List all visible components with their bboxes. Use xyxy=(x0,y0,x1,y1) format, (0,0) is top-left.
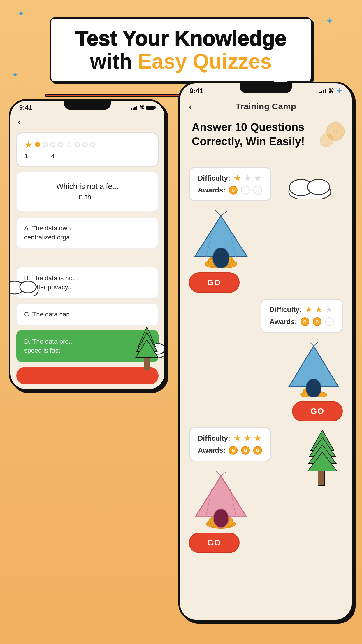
camp-scroll: Difficulty: ★ ★ ★ Awards: G xyxy=(180,158,352,568)
question-text: Which is not a fe...in th... xyxy=(56,182,119,201)
wifi-icon: ⌘ xyxy=(139,104,144,111)
svg-rect-6 xyxy=(144,356,150,370)
level-3-section: Difficulty: ★ ★ ★ Awards: G G G xyxy=(189,427,343,553)
progress-num-2: 4 xyxy=(51,153,55,160)
diff-star-1-3: ★ xyxy=(254,174,261,183)
nav-back-button[interactable]: ‹ xyxy=(189,101,192,112)
tent-2-container: G G xyxy=(284,342,343,398)
signal-icon xyxy=(131,105,137,110)
diff-star-2-1: ★ xyxy=(305,305,312,314)
svg-point-43 xyxy=(306,379,321,397)
back-phone-icons: ⌘ xyxy=(131,104,156,111)
svg-text:G: G xyxy=(325,138,328,143)
back-button[interactable]: ‹ xyxy=(10,114,164,130)
dot-6 xyxy=(82,142,88,147)
nav-header: ‹ Training Camp xyxy=(180,99,352,117)
difficulty-row-1: Difficulty: ★ ★ ★ xyxy=(198,174,262,183)
answer-a-text: A. The data own...centralized orga... xyxy=(24,225,76,241)
svg-line-60 xyxy=(216,471,221,476)
front-phone-icons: ⌘ ✦ xyxy=(319,87,342,95)
svg-point-34 xyxy=(307,179,330,195)
answer-a[interactable]: A. The data own...centralized orga... xyxy=(16,217,159,249)
sparkle-top-right: ✦ xyxy=(326,16,333,26)
svg-point-27 xyxy=(213,248,229,268)
tent-2-svg: G G xyxy=(284,342,343,397)
question-card: Which is not a fe...in th... xyxy=(16,172,159,212)
level-2-tent: Difficulty: ★ ★ ★ Awards: G G xyxy=(261,299,343,421)
tent-3-svg: G G G xyxy=(189,470,253,528)
battery-icon xyxy=(146,106,156,110)
level-2-section: Difficulty: ★ ★ ★ Awards: G G xyxy=(189,299,343,421)
diff-star-1-2: ★ xyxy=(244,174,251,183)
star-1: ★ xyxy=(24,139,33,150)
back-phone-notch xyxy=(64,101,111,110)
front-signal-icon xyxy=(319,89,326,93)
coin-2-1: G xyxy=(301,317,309,326)
answer-d-text: D. The data pro...speed is fast xyxy=(24,338,74,354)
coin-1-1: G xyxy=(229,186,238,195)
answer-c[interactable]: C. The data can... xyxy=(16,303,159,326)
go-button-3[interactable]: GO xyxy=(189,533,240,553)
progress-numbers: 1 4 xyxy=(24,153,151,160)
svg-line-31 xyxy=(221,211,227,216)
go-button-1[interactable]: GO xyxy=(189,272,240,293)
phone-back: 9:41 ⌘ ‹ ★ xyxy=(9,99,166,391)
awards-row-1: Awards: G xyxy=(198,186,262,195)
svg-line-61 xyxy=(221,472,226,476)
diff-star-2-3: ★ xyxy=(326,305,332,314)
deco-coins-top-2: G xyxy=(319,133,334,149)
sparkle-top-left: ✦ xyxy=(17,9,24,18)
difficulty-card-2: Difficulty: ★ ★ ★ Awards: G G xyxy=(261,299,343,333)
coin-2-2: G xyxy=(313,317,321,326)
dot-7 xyxy=(90,142,95,147)
awards-row-3: Awards: G G G xyxy=(198,446,262,455)
title-box: Test Your Knowledge with Easy Quizzes xyxy=(50,18,312,82)
level-3-tent: Difficulty: ★ ★ ★ Awards: G G G xyxy=(189,427,271,553)
svg-point-2 xyxy=(20,281,36,293)
hero-line2-normal: with xyxy=(90,50,138,73)
awards-row-2: Awards: G G xyxy=(270,317,334,326)
awards-label-2: Awards: xyxy=(270,318,297,326)
difficulty-card-3: Difficulty: ★ ★ ★ Awards: G G G xyxy=(189,427,271,461)
difficulty-label-3: Difficulty: xyxy=(198,434,230,442)
cloud-back-1 xyxy=(9,276,40,298)
coin-3-2: G xyxy=(241,446,250,455)
go-button-2[interactable]: GO xyxy=(292,401,343,421)
svg-line-44 xyxy=(308,342,314,346)
diff-star-3-3: ★ xyxy=(254,434,261,443)
diff-star-3-2: ★ xyxy=(244,434,251,443)
star-progress: ★ ☆ xyxy=(24,139,151,150)
coin-2-3 xyxy=(325,317,334,326)
cloud-right-1 xyxy=(277,167,343,199)
dot-3 xyxy=(50,142,55,147)
hero-line2-highlight: Easy Quizzes xyxy=(138,50,272,73)
phone-front: 9:41 ⌘ ✦ ‹ Training Camp xyxy=(178,82,353,621)
tent-1-svg: G G G xyxy=(189,210,253,268)
level-1-section: Difficulty: ★ ★ ★ Awards: G xyxy=(189,167,343,293)
phones-area: 9:41 ⌘ ‹ ★ xyxy=(0,82,362,644)
tree-front xyxy=(277,427,343,486)
coin-3-3: G xyxy=(253,446,262,455)
dot-1 xyxy=(35,142,40,147)
svg-point-57 xyxy=(213,509,229,528)
back-phone-time: 9:41 xyxy=(19,104,32,111)
progress-section: ★ ☆ 1 4 xyxy=(16,132,159,167)
heading-line2: Correctly, Win Easily! xyxy=(192,135,305,148)
level-1-tent: Difficulty: ★ ★ ★ Awards: G xyxy=(189,167,271,293)
front-phone-time: 9:41 xyxy=(189,87,203,95)
diff-star-1-1: ★ xyxy=(234,174,240,183)
difficulty-card-1: Difficulty: ★ ★ ★ Awards: G xyxy=(189,167,271,201)
diff-star-3-1: ★ xyxy=(234,434,240,443)
tent-1-container: G G G xyxy=(189,210,253,270)
sparkle-left: ✦ xyxy=(12,70,18,80)
dot-2 xyxy=(43,142,48,147)
difficulty-label-1: Difficulty: xyxy=(198,174,230,182)
hero-banner: Test Your Knowledge with Easy Quizzes xyxy=(50,18,312,82)
diff-star-2-2: ★ xyxy=(315,305,322,314)
coin-1-3 xyxy=(253,186,262,195)
front-wifi-icon: ⌘ xyxy=(328,88,334,94)
awards-label-1: Awards: xyxy=(198,186,225,194)
difficulty-label-2: Difficulty: xyxy=(270,306,302,314)
awards-label-3: Awards: xyxy=(198,446,225,454)
progress-num-1: 1 xyxy=(24,153,28,160)
